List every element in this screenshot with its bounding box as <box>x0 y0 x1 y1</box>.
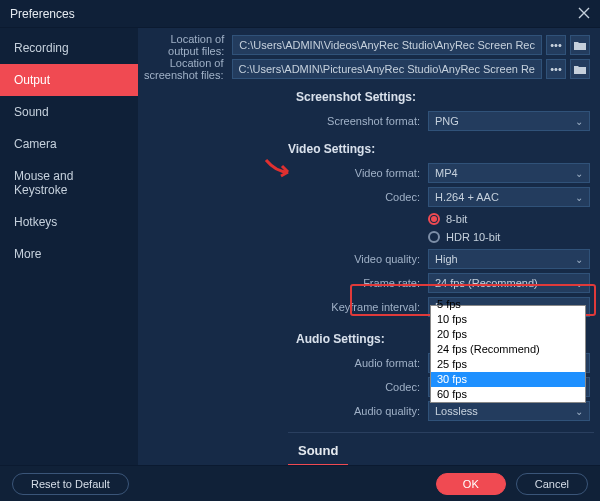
frame-rate-dropdown[interactable]: 5 fps 10 fps 20 fps 24 fps (Recommend) 2… <box>430 305 586 403</box>
audio-quality-select[interactable]: Lossless ⌄ <box>428 401 590 421</box>
section-screenshot-heading: Screenshot Settings: <box>138 90 600 104</box>
sidebar-item-mouse-keystroke[interactable]: Mouse and Keystroke <box>0 160 138 206</box>
screenshot-location-more-button[interactable]: ••• <box>546 59 566 79</box>
dropdown-option[interactable]: 10 fps <box>431 312 585 327</box>
row-audio-quality: Audio quality: Lossless ⌄ <box>138 400 600 422</box>
row-screenshot-location: Location of screenshot files: C:\Users\A… <box>138 58 600 80</box>
dropdown-option[interactable]: 5 fps <box>431 297 585 312</box>
label-audio-codec: Codec: <box>138 381 428 393</box>
video-format-select[interactable]: MP4 ⌄ <box>428 163 590 183</box>
dropdown-option[interactable]: 20 fps <box>431 327 585 342</box>
sidebar-item-sound[interactable]: Sound <box>0 96 138 128</box>
label-screenshot-location: Location of screenshot files: <box>138 57 232 81</box>
window-title: Preferences <box>10 7 562 21</box>
row-video-format: Video format: MP4 ⌄ <box>138 162 600 184</box>
sidebar-item-output[interactable]: Output <box>0 64 138 96</box>
titlebar: Preferences <box>0 0 600 28</box>
output-location-more-button[interactable]: ••• <box>546 35 566 55</box>
close-icon <box>578 7 590 19</box>
frame-rate-select[interactable]: 24 fps (Recommend) ⌄ <box>428 273 590 293</box>
screenshot-location-browse-button[interactable] <box>570 59 590 79</box>
chevron-down-icon: ⌄ <box>575 406 583 417</box>
label-screenshot-format: Screenshot format: <box>138 115 428 127</box>
label-keyframe-interval: Keyframe interval: <box>138 301 428 313</box>
content-panel: Directory Settings: Location of output f… <box>138 28 600 465</box>
dropdown-option[interactable]: 60 fps <box>431 387 585 402</box>
row-frame-rate: Frame rate: 24 fps (Recommend) ⌄ <box>138 272 600 294</box>
section-video-heading: Video Settings: <box>138 142 600 156</box>
radio-8bit-row: 8-bit <box>428 210 600 228</box>
dropdown-option[interactable]: 25 fps <box>431 357 585 372</box>
sidebar-item-camera[interactable]: Camera <box>0 128 138 160</box>
dropdown-option[interactable]: 24 fps (Recommend) <box>431 342 585 357</box>
chevron-down-icon: ⌄ <box>575 254 583 265</box>
row-output-location: Location of output files: C:\Users\ADMIN… <box>138 34 600 56</box>
screenshot-location-field[interactable]: C:\Users\ADMIN\Pictures\AnyRec Studio\An… <box>232 59 543 79</box>
video-codec-select[interactable]: H.264 + AAC ⌄ <box>428 187 590 207</box>
sidebar-item-hotkeys[interactable]: Hotkeys <box>0 206 138 238</box>
ok-button[interactable]: OK <box>436 473 506 495</box>
row-video-codec: Codec: H.264 + AAC ⌄ <box>138 186 600 208</box>
sidebar-item-more[interactable]: More <box>0 238 138 270</box>
video-quality-select[interactable]: High ⌄ <box>428 249 590 269</box>
screenshot-format-select[interactable]: PNG ⌄ <box>428 111 590 131</box>
ellipsis-icon: ••• <box>550 39 562 51</box>
label-audio-quality: Audio quality: <box>138 405 428 417</box>
label-video-quality: Video quality: <box>138 253 428 265</box>
radio-hdr10-row: HDR 10-bit <box>428 228 600 246</box>
output-location-browse-button[interactable] <box>570 35 590 55</box>
sidebar-item-recording[interactable]: Recording <box>0 32 138 64</box>
label-audio-format: Audio format: <box>138 357 428 369</box>
body: Recording Output Sound Camera Mouse and … <box>0 28 600 465</box>
folder-icon <box>574 64 586 74</box>
chevron-down-icon: ⌄ <box>575 192 583 203</box>
radio-8bit[interactable] <box>428 213 440 225</box>
output-location-field[interactable]: C:\Users\ADMIN\Videos\AnyRec Studio\AnyR… <box>232 35 542 55</box>
section-sound-heading: Sound <box>298 443 600 458</box>
label-frame-rate: Frame rate: <box>138 277 428 289</box>
footer: Reset to Default OK Cancel <box>0 465 600 501</box>
label-video-codec: Codec: <box>138 191 428 203</box>
sound-accent-bar <box>288 464 348 465</box>
section-divider <box>288 432 594 433</box>
radio-hdr10[interactable] <box>428 231 440 243</box>
folder-icon <box>574 40 586 50</box>
row-screenshot-format: Screenshot format: PNG ⌄ <box>138 110 600 132</box>
chevron-down-icon: ⌄ <box>575 168 583 179</box>
row-video-quality: Video quality: High ⌄ <box>138 248 600 270</box>
dropdown-option-selected[interactable]: 30 fps <box>431 372 585 387</box>
radio-8bit-label: 8-bit <box>446 213 467 225</box>
reset-default-button[interactable]: Reset to Default <box>12 473 129 495</box>
close-button[interactable] <box>562 5 590 23</box>
label-video-format: Video format: <box>138 167 428 179</box>
chevron-down-icon: ⌄ <box>575 116 583 127</box>
cancel-button[interactable]: Cancel <box>516 473 588 495</box>
sidebar: Recording Output Sound Camera Mouse and … <box>0 28 138 465</box>
label-output-location: Location of output files: <box>138 33 232 57</box>
preferences-window: Preferences Recording Output Sound Camer… <box>0 0 600 501</box>
ellipsis-icon: ••• <box>550 63 562 75</box>
chevron-down-icon: ⌄ <box>575 278 583 289</box>
radio-hdr10-label: HDR 10-bit <box>446 231 500 243</box>
